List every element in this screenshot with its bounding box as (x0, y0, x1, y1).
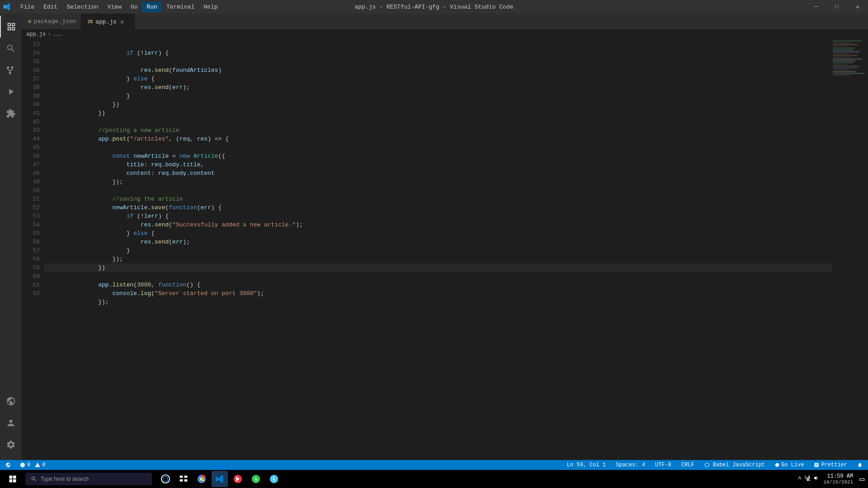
code-line-33: if (!lerr) { (44, 40, 832, 49)
taskbar-cortana[interactable] (157, 471, 174, 487)
tray-volume[interactable] (813, 475, 820, 483)
status-position-text: Ln 59, Col 1 (567, 462, 606, 468)
code-line-41 (44, 109, 832, 117)
status-golive[interactable]: Go Live (773, 460, 806, 470)
tab-close-appjs[interactable]: ✕ (119, 17, 125, 27)
package-json-icon: ⚙ (28, 19, 31, 24)
status-errors[interactable]: 0 0 (18, 460, 47, 470)
menu-run[interactable]: Run (142, 2, 161, 12)
code-line-55: res.send(err); (44, 229, 832, 238)
menu-edit[interactable]: Edit (39, 2, 62, 12)
status-language-text: Babel JavaScript (713, 462, 765, 468)
svg-rect-3 (180, 476, 183, 478)
code-line-45: const newArticle = new Article({ (44, 143, 832, 152)
activity-source-control[interactable] (0, 59, 22, 81)
status-errors-count: 0 (27, 462, 30, 468)
taskbar-task-view[interactable] (175, 471, 192, 487)
status-prettier-text: Prettier (821, 462, 847, 468)
svg-point-0 (775, 463, 779, 467)
taskbar-app1[interactable] (230, 471, 246, 487)
title-bar-left: File Edit Selection View Go Run Terminal… (0, 0, 222, 14)
svg-text:N: N (255, 477, 258, 482)
code-line-39: }) (44, 92, 832, 100)
menu-bar: File Edit Selection View Go Run Terminal… (16, 2, 222, 12)
menu-help[interactable]: Help (199, 2, 222, 12)
status-encoding[interactable]: UTF-8 (653, 460, 673, 470)
menu-terminal[interactable]: Terminal (162, 2, 199, 12)
activity-remote[interactable] (0, 390, 22, 412)
code-line-60: app.listen(3000, function() { (44, 272, 832, 281)
breadcrumb: app.js › ... (22, 29, 868, 39)
tab-appjs[interactable]: JS app.js ✕ (81, 14, 135, 29)
code-line-40: }) (44, 100, 832, 109)
activity-run-debug[interactable] (0, 81, 22, 103)
menu-selection[interactable]: Selection (62, 2, 103, 12)
vscode-logo (0, 0, 14, 14)
tray-chevron[interactable]: ^ (798, 475, 802, 483)
system-clock[interactable]: 11:59 AM 10/15/2021 (823, 473, 853, 485)
tab-package-json-label: package.json (34, 18, 76, 25)
start-button[interactable] (4, 470, 22, 488)
code-line-49 (44, 178, 832, 186)
svg-point-2 (163, 477, 168, 482)
code-line-37: res.send(err); (44, 75, 832, 83)
activity-extensions[interactable] (0, 103, 22, 124)
svg-rect-5 (180, 479, 183, 482)
status-language[interactable]: Babel JavaScript (703, 460, 767, 470)
taskbar-vscode[interactable] (212, 471, 228, 487)
code-line-35: res.send(foundArticles) (44, 57, 832, 66)
appjs-icon: JS (87, 19, 93, 24)
svg-rect-6 (184, 479, 188, 482)
code-editor[interactable]: 3334353637 3839404142 4344454647 4849505… (22, 39, 868, 460)
menu-view[interactable]: View (103, 2, 126, 12)
taskbar-chrome[interactable] (193, 471, 210, 487)
taskbar-search-box[interactable]: Type here to search (25, 473, 152, 485)
tabs-bar: ⚙ package.json JS app.js ✕ (22, 14, 868, 29)
activity-explorer[interactable] (0, 16, 22, 38)
status-prettier[interactable]: Prettier (812, 460, 849, 470)
title-bar: File Edit Selection View Go Run Terminal… (0, 0, 868, 14)
code-line-57: }); (44, 246, 832, 255)
status-bar-left: 0 0 (4, 460, 47, 470)
status-line-ending-text: CRLF (681, 462, 694, 468)
close-button[interactable]: ✕ (847, 0, 868, 14)
taskbar-search-placeholder: Type here to search (41, 476, 89, 482)
maximize-button[interactable]: □ (826, 0, 847, 14)
code-content[interactable]: if (!lerr) { res.send(foundArticles) } e… (44, 39, 832, 460)
tab-appjs-label: app.js (95, 19, 117, 25)
svg-rect-4 (184, 476, 188, 478)
menu-file[interactable]: File (16, 2, 39, 12)
tray-icons: ^ (798, 475, 820, 483)
menu-go[interactable]: Go (126, 2, 142, 12)
status-notifications[interactable] (855, 460, 864, 470)
tray-network[interactable] (804, 475, 811, 483)
status-encoding-text: UTF-8 (655, 462, 671, 468)
taskbar-app2[interactable]: N (248, 471, 264, 487)
activity-search[interactable] (0, 38, 22, 59)
line-numbers: 3334353637 3839404142 4344454647 4849505… (22, 39, 44, 460)
main-layout: ⚙ package.json JS app.js ✕ app.js › ... … (0, 14, 868, 460)
status-bar: 0 0 Ln 59, Col 1 Spaces: 4 UTF-8 CRLF Ba… (0, 460, 868, 470)
show-desktop[interactable]: ▭ (859, 474, 864, 484)
code-line-50: //saving the article (44, 186, 832, 195)
activity-bar-bottom (0, 390, 22, 460)
editor-area: ⚙ package.json JS app.js ✕ app.js › ... … (22, 14, 868, 460)
status-golive-text: Go Live (781, 462, 804, 468)
activity-settings[interactable] (0, 434, 22, 455)
status-bar-right: Ln 59, Col 1 Spaces: 4 UTF-8 CRLF Babel … (565, 460, 864, 470)
taskbar-app3[interactable] (266, 471, 282, 487)
taskbar: Type here to search (0, 470, 868, 488)
status-line-ending[interactable]: CRLF (679, 460, 696, 470)
activity-account[interactable] (0, 412, 22, 434)
breadcrumb-file[interactable]: app.js (26, 31, 46, 38)
status-position[interactable]: Ln 59, Col 1 (565, 460, 608, 470)
tab-package-json[interactable]: ⚙ package.json (22, 14, 81, 29)
taskbar-right: ^ 11:59 AM 10/15/2021 ▭ (798, 473, 864, 485)
breadcrumb-symbol[interactable]: ... (52, 31, 62, 38)
code-line-58: }) (44, 255, 832, 263)
status-remote[interactable] (4, 460, 13, 470)
status-spaces[interactable]: Spaces: 4 (614, 460, 647, 470)
title-bar-right: ─ □ ✕ (806, 0, 868, 14)
minimize-button[interactable]: ─ (806, 0, 826, 14)
code-line-42: //posting a new article (44, 117, 832, 126)
